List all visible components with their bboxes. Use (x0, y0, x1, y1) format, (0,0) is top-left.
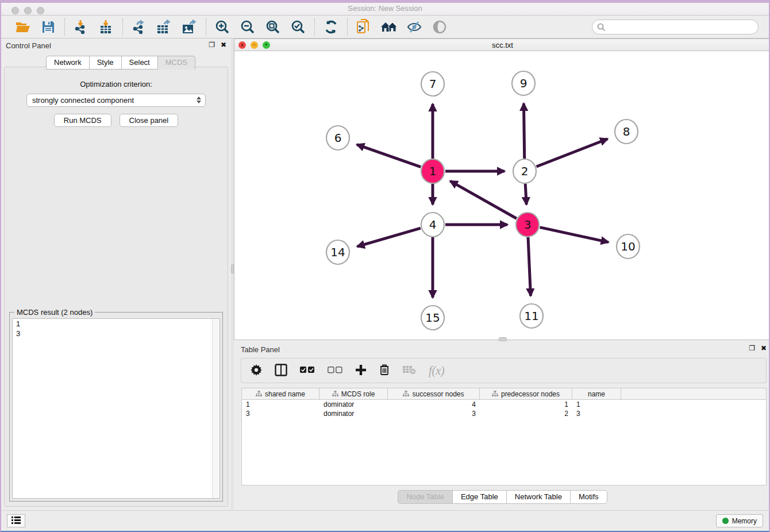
table-header-row: shared name MCDS role successor nodes pr… (242, 388, 766, 400)
zoom-out-icon (240, 20, 255, 34)
cell-mcds-role[interactable]: dominator (319, 409, 388, 418)
canvas-grip[interactable] (499, 337, 507, 341)
tab-network[interactable]: Network (46, 56, 89, 70)
tab-network-table[interactable]: Network Table (506, 490, 570, 504)
edge-3-10[interactable] (540, 228, 608, 242)
list-icon (11, 516, 21, 526)
close-panel-button[interactable]: Close panel (120, 114, 179, 127)
checked-boxes-icon (300, 367, 315, 375)
network-window-titlebar[interactable]: x − + scc.txt (234, 39, 770, 51)
close-table-panel-icon[interactable]: ✖ (761, 345, 767, 352)
mcds-result-item[interactable]: 3 (13, 329, 220, 338)
delete-column-button[interactable] (379, 364, 390, 377)
eye-slash-icon (407, 21, 422, 33)
edge-4-14[interactable] (357, 228, 421, 246)
column-header-shared-name[interactable]: shared name (242, 388, 319, 399)
cell-mcds-role[interactable]: dominator (319, 400, 388, 409)
export-table-button[interactable] (156, 18, 173, 36)
network-canvas[interactable]: 7968124314101511 (234, 51, 770, 340)
trash-icon (379, 364, 390, 377)
edge-3-1[interactable] (450, 181, 516, 218)
add-column-button[interactable] (355, 364, 367, 377)
edge-2-9[interactable] (523, 103, 524, 159)
edge-2-8[interactable] (536, 139, 607, 167)
close-panel-icon[interactable]: ✖ (221, 41, 226, 48)
export-network-icon (132, 20, 147, 34)
float-table-panel-icon[interactable]: ❐ (749, 345, 755, 352)
table-settings-button[interactable] (251, 364, 262, 377)
criterion-select[interactable]: strongly connected component (26, 94, 206, 107)
tab-node-table[interactable]: Node Table (398, 490, 452, 504)
memory-button[interactable]: Memory (716, 514, 763, 527)
import-network-icon (74, 20, 88, 34)
cell-name[interactable]: 3 (572, 409, 621, 418)
zoom-fit-button[interactable] (264, 18, 282, 36)
application-window: Session: New Session (0, 0, 770, 532)
style-preview-button[interactable] (406, 18, 423, 36)
import-table-button[interactable] (98, 18, 115, 36)
tab-edge-table[interactable]: Edge Table (452, 490, 506, 504)
mcds-result-list[interactable]: 1 3 (12, 318, 220, 499)
graph-node-label: 8 (623, 125, 630, 138)
table-toolbar: f(x) (241, 358, 767, 383)
network-overview-button[interactable] (380, 18, 398, 36)
open-session-button[interactable] (14, 18, 32, 36)
column-header-predecessor-nodes[interactable]: predecessor nodes (480, 388, 572, 399)
task-history-button[interactable] (7, 514, 25, 527)
cell-predecessor-nodes[interactable]: 2 (480, 409, 572, 418)
zoom-fit-icon (265, 20, 280, 34)
table-row[interactable]: 3 dominator 3 2 3 (242, 409, 766, 418)
graph-node-label: 15 (425, 311, 440, 325)
tab-select[interactable]: Select (121, 56, 157, 70)
result-scrollbar[interactable] (212, 319, 220, 498)
float-panel-icon[interactable]: ❐ (209, 41, 215, 48)
unchecked-boxes-icon (328, 367, 342, 375)
refresh-layout-button[interactable] (322, 18, 340, 36)
run-mcds-button[interactable]: Run MCDS (54, 114, 111, 127)
network-graph[interactable]: 7968124314101511 (234, 51, 770, 340)
show-columns-button[interactable] (275, 364, 287, 378)
visibility-button[interactable] (431, 18, 448, 36)
export-image-button[interactable] (181, 18, 198, 36)
export-table-icon (157, 20, 172, 34)
cell-name[interactable]: 1 (572, 400, 621, 409)
edge-3-11[interactable] (528, 237, 530, 296)
column-header-successor-nodes[interactable]: successor nodes (388, 388, 480, 399)
zoom-selected-button[interactable] (290, 18, 307, 36)
column-header-mcds-role[interactable]: MCDS role (319, 388, 388, 399)
memory-label: Memory (732, 517, 757, 525)
hierarchy-icon (332, 391, 338, 397)
column-header-name[interactable]: name (572, 388, 621, 399)
tab-style[interactable]: Style (89, 56, 121, 70)
edge-2-3[interactable] (525, 184, 526, 205)
cell-successor-nodes[interactable]: 3 (388, 409, 480, 418)
cell-shared-name[interactable]: 1 (242, 400, 319, 409)
graph-node-label: 10 (621, 240, 635, 253)
search-icon (597, 23, 606, 33)
zoom-out-button[interactable] (239, 18, 256, 36)
save-session-button[interactable] (40, 18, 57, 36)
mcds-result-title: MCDS result (2 nodes) (14, 308, 95, 317)
cell-successor-nodes[interactable]: 4 (388, 400, 480, 409)
memory-status-icon (722, 518, 729, 524)
table-panel-title: Table Panel (241, 345, 280, 354)
tab-motifs[interactable]: Motifs (570, 490, 607, 504)
clone-network-button[interactable] (355, 18, 372, 36)
deselect-all-button[interactable] (328, 367, 342, 375)
gear-icon (251, 364, 262, 377)
edge-1-6[interactable] (357, 145, 421, 167)
zoom-in-button[interactable] (214, 18, 231, 36)
cell-predecessor-nodes[interactable]: 1 (480, 400, 572, 409)
control-panel-tabs: Network Style Select MCDS (46, 56, 195, 70)
select-all-button[interactable] (300, 367, 315, 375)
mcds-result-item[interactable]: 1 (13, 319, 220, 329)
search-box (592, 20, 759, 34)
table-row[interactable]: 1 dominator 4 1 1 (242, 400, 766, 409)
cell-shared-name[interactable]: 3 (242, 409, 319, 418)
export-network-button[interactable] (130, 18, 148, 36)
search-input[interactable] (592, 20, 759, 34)
tab-mcds[interactable]: MCDS (157, 56, 195, 70)
eye-ball-icon (433, 20, 446, 34)
graph-node-label: 11 (524, 309, 538, 323)
import-network-button[interactable] (72, 18, 90, 36)
